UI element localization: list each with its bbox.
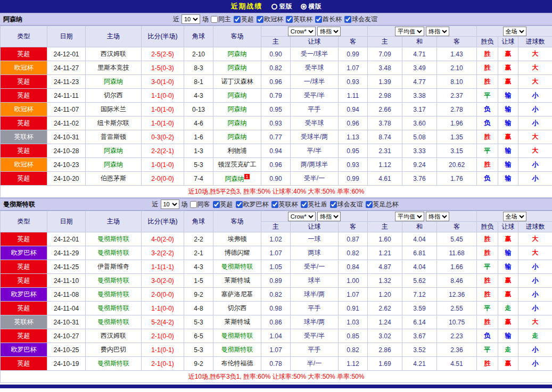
match-date: 24-11-07 — [47, 103, 86, 116]
avg-draw: 3.49 — [402, 61, 437, 75]
league-filter-checkbox[interactable] — [301, 201, 308, 208]
match-date: 24-12-01 — [47, 47, 86, 61]
match-date: 24-11-29 — [47, 246, 86, 260]
radio-vertical-label: 竖版 — [279, 2, 292, 11]
league-filter-checkbox[interactable] — [236, 201, 243, 208]
league-filter[interactable]: 英超 — [234, 15, 254, 24]
home-team: 曼彻斯特联 — [86, 302, 142, 315]
league-filter-label: 英足总杯 — [373, 200, 399, 209]
result-cell: 胜 — [477, 47, 498, 61]
league-filter-checkbox[interactable] — [330, 201, 337, 208]
odds-away: 0.82 — [339, 343, 368, 357]
league-filter[interactable]: 英足总杯 — [366, 200, 399, 209]
same-venue-filter[interactable]: 同客 — [190, 200, 210, 209]
avg-draw: 6.81 — [402, 246, 437, 260]
avg-draw: 4.04 — [402, 232, 437, 246]
avg-source-select[interactable]: 平均值 — [395, 27, 424, 36]
league-filter[interactable]: 英联杯 — [271, 200, 298, 209]
match-row: 欧罗巴杯24-10-25费内巴切1-1(0-1)5-3曼彻斯特联1.07平手0.… — [1, 343, 552, 357]
same-venue-filter-checkbox[interactable] — [190, 201, 197, 208]
match-row: 英联杯24-10-31普雷斯顿0-3(0-2)1-6阿森纳0.77受球半/两1.… — [1, 130, 552, 144]
league-filter[interactable]: 英超 — [213, 200, 233, 209]
page-title: 近期战绩 — [231, 2, 263, 11]
avg-time-select[interactable]: 终指 — [426, 27, 449, 36]
odds-source-select[interactable]: Crow* — [288, 212, 316, 221]
avg-source-select[interactable]: 平均值 — [395, 212, 424, 221]
away-team: 切尔西 — [213, 302, 261, 315]
league-filter[interactable]: 欧罗巴杯 — [236, 200, 269, 209]
odds-handicap: 平手 — [291, 103, 339, 116]
avg-away: 1.35 — [437, 130, 477, 144]
away-team: 塞萨洛尼基 — [213, 288, 261, 302]
goals-result-cell: 小 — [518, 172, 552, 186]
league-filter-checkbox[interactable] — [213, 201, 220, 208]
league-filter-label: 欧冠杯 — [264, 15, 283, 24]
league-filter[interactable]: 英社盾 — [301, 200, 327, 209]
league-filter[interactable]: 球会友谊 — [344, 15, 377, 24]
match-row: 欧冠杯24-11-27里斯本竞技1-5(0-3)8-3阿森纳0.82受半球1.0… — [1, 61, 552, 75]
odds-handicap: 受平/半 — [291, 329, 339, 343]
match-score: 5-2(4-2) — [142, 315, 184, 329]
match-score: 2-2(2-1) — [142, 144, 184, 158]
home-team: 曼彻斯特联 — [86, 232, 142, 246]
league-filter-checkbox[interactable] — [234, 16, 241, 23]
odds-away: 1.00 — [339, 274, 368, 288]
odds-home: 1.02 — [261, 232, 291, 246]
league-filter[interactable]: 欧冠杯 — [257, 15, 283, 24]
recent-count-select[interactable]: 10 — [161, 199, 179, 209]
odds-time-select[interactable]: 终指 — [317, 27, 341, 36]
radio-circle-icon[interactable] — [271, 4, 277, 10]
league-filter-checkbox[interactable] — [315, 16, 322, 23]
match-row: 英超24-11-25伊普斯维奇1-1(1-1)4-3曼彻斯特联1.05受半/一0… — [1, 260, 552, 274]
same-venue-filter[interactable]: 同主 — [211, 15, 231, 24]
match-date: 24-11-27 — [47, 61, 86, 75]
league-filter-checkbox[interactable] — [286, 16, 293, 23]
away-team: 阿森纳 — [213, 116, 261, 130]
result-cell: 负 — [477, 103, 498, 116]
match-row: 英超24-10-27西汉姆联2-1(0-0)6-5曼彻斯特联1.04受平/半0.… — [1, 329, 552, 343]
radio-vertical-layout[interactable]: 竖版 — [271, 2, 292, 11]
radio-horizontal-layout[interactable]: 横版 — [301, 2, 322, 11]
league-filter[interactable]: 英联杯 — [286, 15, 312, 24]
match-score: 1-1(0-0) — [142, 302, 184, 315]
summary-row: 近10场,胜5平2负3, 胜率:50% 让球率:40% 大率:50% 单率:60… — [1, 186, 552, 198]
scope-select[interactable]: 全场 — [503, 27, 526, 36]
handicap-result-cell: 赢 — [498, 232, 518, 246]
odds-home: 0.95 — [261, 103, 291, 116]
league-type-badge: 英超 — [1, 329, 47, 343]
radio-circle-icon[interactable] — [301, 4, 307, 10]
scope-select[interactable]: 全场 — [503, 212, 526, 221]
section-header: 阿森纳 近 10 场 同主英超欧冠杯英联杯酋长杯球会友谊 — [0, 13, 552, 26]
handicap-result-cell: 赢 — [498, 315, 518, 329]
avg-time-select[interactable]: 终指 — [426, 212, 449, 221]
league-filter[interactable]: 球会友谊 — [330, 200, 363, 209]
match-score: 1-1(0-0) — [142, 89, 184, 103]
league-filter-checkbox[interactable] — [366, 201, 373, 208]
corner-score: 9-2 — [184, 357, 213, 371]
filter-bar: 近 10 场 同客英超欧罗巴杯英联杯英社盾球会友谊英足总杯 — [152, 199, 400, 209]
odds-handicap: 受半/一 — [291, 260, 339, 274]
avg-away: 1.66 — [437, 260, 477, 274]
avg-draw: 5.08 — [402, 130, 437, 144]
league-filter-checkbox[interactable] — [271, 201, 278, 208]
odds-source-select[interactable]: Crow* — [288, 27, 316, 36]
league-filter[interactable]: 酋长杯 — [315, 15, 342, 24]
league-filter-checkbox[interactable] — [344, 16, 351, 23]
odds-home: 0.96 — [261, 75, 291, 89]
league-filter-checkbox[interactable] — [257, 16, 263, 23]
avg-home: 3.78 — [368, 116, 402, 130]
same-venue-filter-checkbox[interactable] — [211, 16, 218, 23]
avg-home: 1.69 — [368, 357, 402, 371]
col-type: 类型 — [1, 26, 47, 47]
avg-group-header: 平均值 终指 — [368, 211, 477, 222]
match-row: 英超24-10-28阿森纳2-2(2-1)1-3利物浦0.94平/半0.952.… — [1, 144, 552, 158]
away-team: 诺丁汉森林 — [213, 75, 261, 89]
odds-handicap: 半/一 — [291, 357, 339, 371]
recent-count-select[interactable]: 10 — [182, 14, 200, 24]
odds-time-select[interactable]: 终指 — [317, 212, 341, 221]
league-filter-group: 同主英超欧冠杯英联杯酋长杯球会友谊 — [211, 15, 379, 24]
avg-draw: 6.14 — [402, 315, 437, 329]
odds-home: 1.07 — [261, 343, 291, 357]
match-score: 2-0(0-0) — [142, 288, 184, 302]
match-row: 英超24-10-20伯恩茅斯2-0(0-0)7-4阿森纳10.90受半/一0.9… — [1, 172, 552, 186]
